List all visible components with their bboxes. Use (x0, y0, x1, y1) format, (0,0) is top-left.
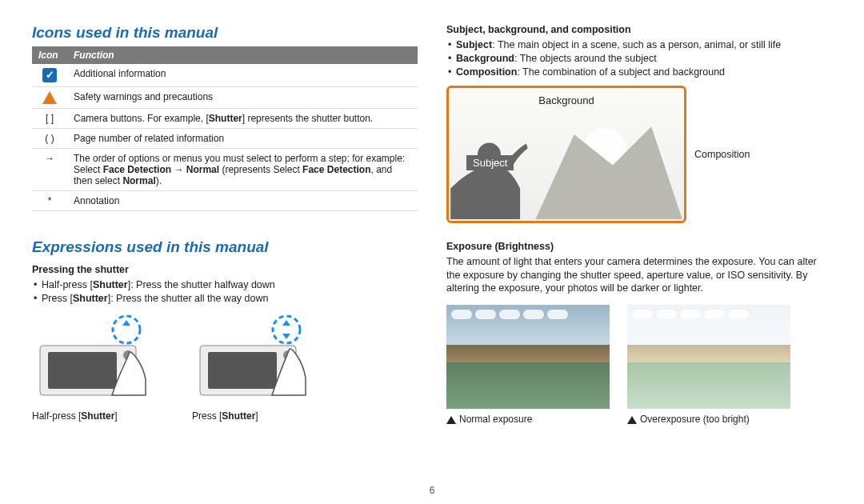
shutter-bullets: Half-press [Shutter]: Press the shutter … (32, 278, 418, 306)
table-row: → The order of options or menus you must… (32, 149, 418, 191)
icons-heading: Icons used in this manual (32, 24, 418, 42)
bracket-icon: [ ] (32, 109, 67, 129)
page-number: 6 (430, 485, 435, 496)
th-icon: Icon (32, 46, 67, 64)
left-column: Icons used in this manual Icon Function … (32, 24, 418, 425)
full-press-figure: Press [Shutter] (192, 315, 320, 422)
normal-exposure-photo (446, 305, 610, 409)
triangle-up-icon (446, 416, 456, 424)
half-press-caption: Half-press [Shutter] (32, 410, 160, 422)
camera-half-press-icon (32, 315, 160, 403)
svg-marker-10 (282, 334, 290, 339)
composition-svg (449, 88, 684, 221)
svg-rect-6 (208, 352, 277, 389)
background-label: Background (538, 94, 594, 106)
overexposure-caption: Overexposure (too bright) (627, 414, 790, 425)
expressions-heading: Expressions used in this manual (32, 238, 418, 256)
svg-rect-1 (48, 352, 117, 389)
warning-icon (42, 91, 57, 104)
svg-marker-9 (282, 320, 290, 326)
table-row: [ ] Camera buttons. For example, [Shutte… (32, 109, 418, 129)
info-icon: ✓ (42, 68, 57, 82)
full-press-caption: Press [Shutter] (192, 410, 320, 422)
table-row: * Annotation (32, 191, 418, 211)
half-press-figure: Half-press [Shutter] (32, 315, 160, 422)
row-text: Page number of related information (67, 129, 418, 149)
exposure-text: The amount of light that enters your cam… (446, 255, 832, 296)
row-text: Camera buttons. For example, [Shutter] r… (67, 109, 418, 129)
row-text: Safety warnings and precautions (67, 87, 418, 109)
row-text: Additional information (67, 64, 418, 87)
composition-label: Composition (694, 149, 750, 160)
paren-icon: ( ) (32, 129, 67, 149)
list-item: Press [Shutter]: Press the shutter all t… (32, 292, 418, 306)
row-text: Annotation (67, 191, 418, 211)
asterisk-icon: * (32, 191, 67, 211)
list-item: Background: The objects around the subje… (446, 52, 832, 66)
list-item: Half-press [Shutter]: Press the shutter … (32, 278, 418, 292)
list-item: Composition: The combination of a subjec… (446, 66, 832, 79)
right-column: Subject, background, and composition Sub… (446, 24, 832, 425)
list-item: Subject: The main object in a scene, suc… (446, 38, 832, 52)
table-row: Safety warnings and precautions (32, 87, 418, 109)
th-function: Function (67, 46, 418, 64)
arrow-icon: → (32, 149, 67, 191)
normal-exposure-caption: Normal exposure (446, 414, 610, 425)
overexposure-photo (627, 305, 790, 409)
camera-full-press-icon (192, 315, 320, 403)
icons-table: Icon Function ✓ Additional information S… (32, 46, 418, 211)
pressing-shutter-heading: Pressing the shutter (32, 264, 418, 275)
table-row: ( ) Page number of related information (32, 129, 418, 149)
table-row: ✓ Additional information (32, 64, 418, 87)
composition-diagram: Background Subject (446, 86, 686, 223)
triangle-up-icon (627, 416, 637, 424)
composition-bullets: Subject: The main object in a scene, suc… (446, 38, 832, 79)
row-text: The order of options or menus you must s… (67, 149, 418, 191)
composition-heading: Subject, background, and composition (446, 24, 832, 35)
subject-label: Subject (466, 155, 514, 170)
exposure-heading: Exposure (Brightness) (446, 241, 832, 252)
svg-marker-4 (122, 320, 130, 326)
